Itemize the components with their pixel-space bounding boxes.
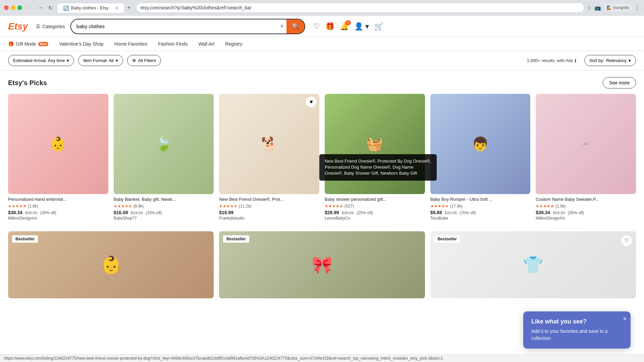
categories-button[interactable]: ☰ Categories <box>36 24 65 29</box>
nav-item-gift-mode[interactable]: 🎁 Gift Mode New <box>8 41 48 47</box>
product-heart-3[interactable]: ♥ <box>306 97 317 107</box>
incognito-badge: 🕵️ Incognito <box>604 4 632 11</box>
bestseller-heart-3[interactable]: ♡ <box>621 235 632 246</box>
product-original-price-1: $58.90 <box>25 210 38 215</box>
product-price-3: $16.99 <box>219 210 233 215</box>
window-maximize-button[interactable]: + <box>17 5 22 10</box>
search-bar: × 🔍 <box>70 19 305 34</box>
product-title-3: New Best Friend Onesie®, Prot... <box>219 197 319 202</box>
bestseller-badge-3: Bestseller <box>434 235 460 243</box>
stars-3: ★★★★★ <box>219 204 237 208</box>
search-button[interactable]: 🔍 <box>286 19 305 34</box>
product-stars-2: ★★★★★ (8.9k) <box>114 204 214 208</box>
estimated-arrival-filter[interactable]: Estimated Arrival Any time ▾ <box>8 55 74 66</box>
window-minimize-button[interactable]: − <box>11 5 15 10</box>
bestseller-badge-1: Bestseller <box>12 235 38 243</box>
new-badge: New <box>38 42 49 46</box>
reload-button[interactable]: ↻ <box>46 3 55 12</box>
bookmark-icon[interactable]: ☆ <box>587 5 592 11</box>
picks-section-header: Etsy's Picks See more <box>8 77 636 88</box>
bestseller-card-1[interactable]: 👶 Bestseller <box>8 231 214 298</box>
window-close-button[interactable]: × <box>4 5 9 10</box>
search-clear-button[interactable]: × <box>277 20 286 33</box>
bestseller-card-2[interactable]: 🎀 Bestseller <box>219 231 425 298</box>
info-icon[interactable]: ℹ <box>575 58 576 63</box>
address-bar-area: ☆ 📺 🕵️ Incognito ⋮ <box>136 3 640 13</box>
back-button[interactable]: ← <box>25 3 34 12</box>
review-count-1: (1.8k) <box>28 204 38 208</box>
new-tab-button[interactable]: + <box>124 3 133 13</box>
chevron-down-icon: ▾ <box>67 58 69 63</box>
product-price-6: $38.34 <box>536 210 550 215</box>
bestseller-image-2: 🎀 <box>219 231 425 298</box>
product-shop-5: TesaBabe <box>430 216 531 221</box>
bestseller-badge-2: Bestseller <box>223 235 249 243</box>
review-count-2: (8.9k) <box>133 204 144 208</box>
product-card-3[interactable]: 🐕 ♥ New Best Friend Onesie®, Prot... ★★★… <box>219 94 319 221</box>
all-filters-button[interactable]: ⚙ All Filters <box>127 55 161 66</box>
product-stars-1: ★★★★★ (1.8k) <box>8 204 108 208</box>
product-card-6[interactable]: JnC Custom Name Baby Sweater,P... ★★★★★ … <box>536 94 636 221</box>
search-input[interactable] <box>71 20 277 33</box>
bestseller-image-3: 👕 <box>430 231 636 298</box>
product-original-price-4: $38.65 <box>342 210 354 215</box>
product-title-5: Baby Boy Romper - Ultra Soft ... <box>430 197 531 202</box>
etsy-logo[interactable]: Etsy <box>8 21 28 32</box>
filters-bar: Estimated Arrival Any time ▾ Item Format… <box>0 51 644 70</box>
gift-icon[interactable]: 🎁 <box>325 22 334 31</box>
notification-icon[interactable]: 🔔 1 <box>340 22 349 31</box>
product-image-3: 🐕 ♥ <box>219 94 319 194</box>
product-shop-1: MillionDesignArt <box>8 216 108 221</box>
product-original-price-6: $58.90 <box>553 210 565 215</box>
stars-2: ★★★★★ <box>114 204 132 208</box>
menu-icon[interactable]: ⋮ <box>635 5 640 11</box>
browser-tabs: 🔄 Baby clothes - Etsy × + <box>57 3 133 13</box>
active-tab[interactable]: 🔄 Baby clothes - Etsy × <box>57 3 124 13</box>
bestseller-card-3[interactable]: 👕 Bestseller ♡ <box>430 231 636 298</box>
product-price-line-1: $38.34 $58.90 (35% off) <box>8 210 108 215</box>
nav-item-fashion-finds[interactable]: Fashion Finds <box>158 41 187 47</box>
product-card-5[interactable]: 👦 Baby Boy Romper - Ultra Soft ... ★★★★★… <box>430 94 531 221</box>
window-controls: × − + <box>4 5 22 10</box>
product-original-price-5: $32.95 <box>445 210 457 215</box>
product-image-1: 👶 <box>8 94 108 194</box>
product-price-line-3: $16.99 <box>219 210 319 215</box>
favorites-icon[interactable]: ♡ <box>313 22 320 31</box>
cast-icon[interactable]: 📺 <box>594 5 601 11</box>
nav-item-home-favorites[interactable]: Home Favorites <box>114 41 148 47</box>
nav-item-registry[interactable]: Registry <box>225 41 242 47</box>
item-format-filter[interactable]: Item Format All ▾ <box>78 55 123 66</box>
product-image-2: 🍃 <box>114 94 214 194</box>
product-shop-6: MillionDesignArt <box>536 216 636 221</box>
sort-value: Relevancy <box>606 58 627 63</box>
chevron-down-icon-2: ▾ <box>116 58 118 63</box>
product-card-2[interactable]: 🍃 Baby Blanket, Baby gift, Newb... ★★★★★… <box>114 94 214 221</box>
picks-section-title: Etsy's Picks <box>8 79 47 87</box>
sort-chevron-icon: ▾ <box>629 58 631 63</box>
tab-close-button[interactable]: × <box>115 5 119 11</box>
item-format-value: All <box>109 58 113 63</box>
cart-icon[interactable]: 🛒 <box>374 22 383 31</box>
product-price-line-4: $28.99 $38.65 (25% off) <box>325 210 425 215</box>
sort-button[interactable]: Sort by: Relevancy ▾ <box>584 55 636 66</box>
account-icon[interactable]: 👤 ▾ <box>354 22 369 31</box>
product-title-1: Personalized Hand embroidr... <box>8 197 108 202</box>
tab-favicon: 🔄 <box>63 5 68 11</box>
nav-item-wall-art[interactable]: Wall Art <box>198 41 214 47</box>
product-image-display-6: JnC <box>536 94 636 194</box>
review-count-3: (11.2k) <box>239 204 251 208</box>
nav-item-valentines[interactable]: Valentine's Day Shop <box>59 41 103 47</box>
forward-button[interactable]: → <box>36 3 45 12</box>
product-discount-6: (35% off) <box>568 210 584 215</box>
stars-4: ★★★★★ <box>325 204 343 208</box>
bestseller-grid: 👶 Bestseller 🎀 Bestseller 👕 Bestseller ♡ <box>8 231 636 298</box>
product-card-1[interactable]: 👶 Personalized Hand embroidr... ★★★★★ (1… <box>8 94 108 221</box>
stars-5: ★★★★★ <box>430 204 449 208</box>
product-tooltip: New Best Friend Onesie®, Protected By Do… <box>319 154 437 181</box>
product-shop-4: LeoneBabyCo <box>325 216 425 221</box>
gift-icon-nav: 🎁 <box>8 41 14 47</box>
product-price-1: $38.34 <box>8 210 22 215</box>
filter-icon: ⚙ <box>132 58 136 63</box>
address-input[interactable] <box>136 3 585 13</box>
see-more-button[interactable]: See more <box>603 77 636 88</box>
